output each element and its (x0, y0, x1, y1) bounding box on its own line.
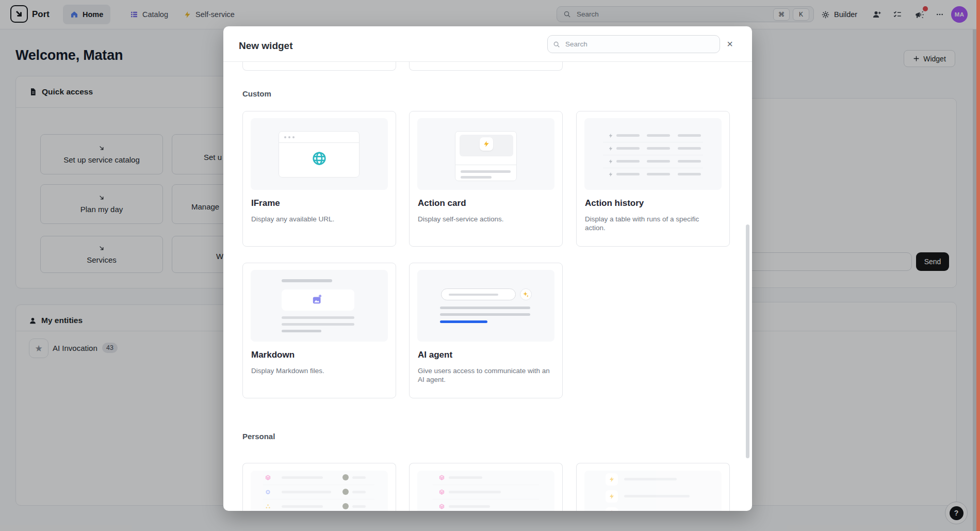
flower-icon (265, 489, 271, 495)
widget-description: Display a table with runs of a specific … (585, 215, 720, 232)
widget-title: Markdown (251, 350, 295, 360)
widget-card-action-history[interactable]: Action history Display a table with runs… (576, 111, 730, 247)
personal-widget-card[interactable] (576, 463, 730, 511)
lightning-bolt-icon (608, 159, 613, 164)
lightning-bolt-icon (609, 493, 615, 500)
edge-scroll-strip[interactable] (976, 0, 980, 531)
close-button[interactable]: × (722, 36, 738, 52)
action-card-thumbnail (417, 118, 554, 190)
lightning-bolt-icon (483, 140, 490, 148)
partial-widget-card[interactable] (409, 61, 563, 71)
personal-widget-card[interactable] (409, 463, 563, 511)
widget-search-input[interactable] (564, 40, 714, 49)
lightning-bolt-icon (609, 476, 615, 482)
ai-agent-thumbnail (417, 270, 554, 342)
widget-search-bar[interactable] (547, 35, 720, 53)
widget-title: Action history (585, 198, 644, 208)
cube-icon (439, 475, 445, 480)
close-icon: × (727, 38, 733, 50)
lightning-bolt-icon (608, 146, 613, 151)
section-label-custom: Custom (242, 89, 271, 98)
iframe-thumbnail (251, 118, 388, 190)
globe-icon (312, 151, 327, 166)
markdown-thumbnail (251, 270, 388, 342)
widget-title: IFrame (251, 198, 280, 208)
section-label-personal: Personal (242, 432, 275, 441)
lightning-bolt-icon (608, 133, 613, 138)
new-widget-modal: New widget × Custom IFrame Display any a… (223, 26, 752, 511)
trash-icon (609, 510, 615, 511)
image-plus-icon (312, 294, 323, 305)
widget-description: Display any available URL. (251, 215, 386, 223)
partial-widget-card[interactable] (242, 61, 396, 71)
widget-title: AI agent (418, 350, 452, 360)
dots-cluster-icon (265, 504, 271, 509)
widget-card-ai-agent[interactable]: AI agent Give users access to communicat… (409, 263, 563, 398)
cube-icon (439, 504, 445, 509)
cube-icon (265, 475, 271, 480)
action-history-thumbnail (584, 118, 722, 190)
search-icon (553, 41, 560, 48)
widget-description: Display self-service actions. (418, 215, 553, 223)
cube-icon (439, 489, 445, 495)
widget-description: Give users access to communicate with an… (418, 366, 553, 384)
widget-card-action-card[interactable]: Action card Display self-service actions… (409, 111, 563, 247)
lightning-bolt-icon (608, 172, 613, 177)
modal-scrollbar-thumb[interactable] (746, 224, 749, 458)
modal-title: New widget (239, 40, 293, 52)
widget-card-iframe[interactable]: IFrame Display any available URL. (242, 111, 396, 247)
sparkles-icon (522, 291, 529, 298)
widget-card-markdown[interactable]: Markdown Display Markdown files. (242, 263, 396, 398)
widget-title: Action card (418, 198, 466, 208)
personal-widget-card[interactable] (242, 463, 396, 511)
widget-description: Display Markdown files. (251, 366, 386, 375)
